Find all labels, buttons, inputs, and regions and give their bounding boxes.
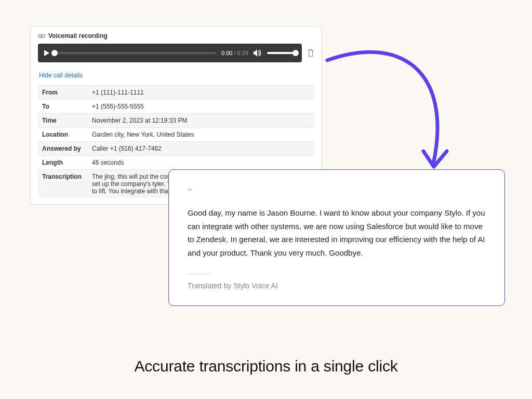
detail-label: Answered by bbox=[38, 142, 88, 156]
detail-value: 46 seconds bbox=[88, 156, 314, 170]
quote-icon: “ bbox=[188, 187, 486, 197]
voicemail-icon bbox=[38, 33, 45, 39]
arrow-icon bbox=[322, 39, 457, 185]
volume-icon[interactable] bbox=[254, 49, 262, 57]
volume-slider[interactable] bbox=[267, 52, 296, 54]
svg-point-0 bbox=[38, 34, 42, 37]
divider bbox=[188, 274, 211, 274]
detail-row-length: Length 46 seconds bbox=[38, 156, 314, 170]
detail-value: Garden city, New York, United States bbox=[88, 128, 314, 142]
voicemail-title: Voicemail recording bbox=[48, 32, 108, 39]
detail-row-to: To +1 (555)-555-5555 bbox=[38, 100, 314, 114]
detail-value: +1 (111)-111-1111 bbox=[88, 86, 314, 100]
audio-time: 0:00 / 0:29 bbox=[221, 50, 248, 56]
detail-label: Location bbox=[38, 128, 88, 142]
audio-duration: 0:29 bbox=[237, 50, 248, 56]
detail-label: Time bbox=[38, 114, 88, 128]
trash-icon[interactable] bbox=[307, 49, 314, 57]
tagline: Accurate transcriptions in a single clic… bbox=[0, 357, 532, 375]
detail-value: +1 (555)-555-5555 bbox=[88, 100, 314, 114]
detail-row-answered-by: Answered by Caller +1 (516) 417-7462 bbox=[38, 142, 314, 156]
play-button[interactable] bbox=[44, 50, 49, 56]
audio-row: 0:00 / 0:29 bbox=[38, 44, 314, 62]
transcript-card: “ Good day, my name is Jason Bourne. I w… bbox=[168, 169, 505, 306]
detail-row-location: Location Garden city, New York, United S… bbox=[38, 128, 314, 142]
detail-label: Length bbox=[38, 156, 88, 170]
audio-progress-thumb[interactable] bbox=[51, 50, 58, 56]
detail-label: To bbox=[38, 100, 88, 114]
detail-value: November 2, 2023 at 12:19:33 PM bbox=[88, 114, 314, 128]
detail-label: From bbox=[38, 86, 88, 100]
detail-label: Transcription bbox=[38, 170, 88, 198]
audio-player[interactable]: 0:00 / 0:29 bbox=[38, 44, 302, 62]
audio-progress[interactable] bbox=[55, 52, 216, 54]
audio-current-time: 0:00 bbox=[221, 50, 232, 56]
detail-row-from: From +1 (111)-111-1111 bbox=[38, 86, 314, 100]
detail-row-time: Time November 2, 2023 at 12:19:33 PM bbox=[38, 114, 314, 128]
detail-value: Caller +1 (516) 417-7462 bbox=[88, 142, 314, 156]
transcript-text: Good day, my name is Jason Bourne. I wan… bbox=[188, 206, 486, 259]
volume-thumb[interactable] bbox=[292, 50, 299, 56]
attribution-text: Translated by Stylo Voice AI bbox=[188, 282, 486, 290]
voicemail-header: Voicemail recording bbox=[38, 32, 314, 39]
hide-call-details-link[interactable]: Hide call details bbox=[39, 72, 83, 79]
svg-point-1 bbox=[42, 34, 45, 37]
